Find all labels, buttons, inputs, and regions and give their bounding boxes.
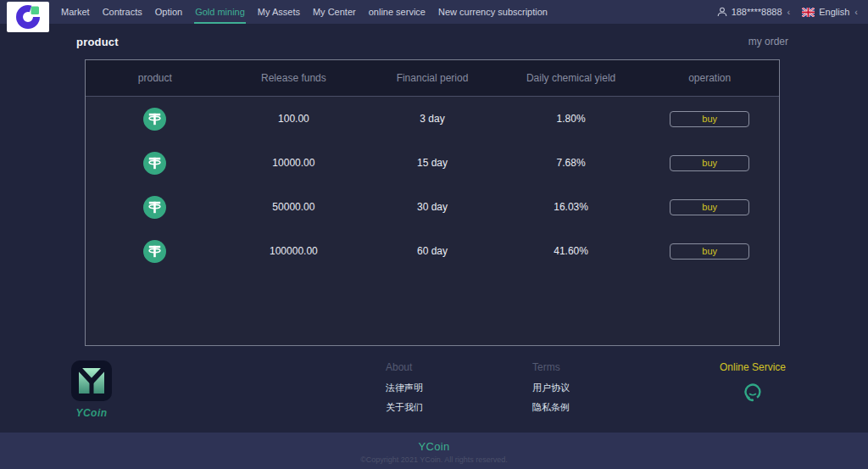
tether-icon: [143, 196, 166, 219]
product-cell: [86, 196, 225, 219]
operation-cell: buy: [640, 199, 779, 215]
footer: YCoin About 法律声明 关于我们 Terms 用户协议 隐私条例 On…: [0, 355, 868, 433]
nav-item-option[interactable]: Option: [154, 0, 194, 24]
operation-cell: buy: [640, 155, 779, 171]
operation-cell: buy: [640, 111, 779, 127]
daily-yield-cell: 41.60%: [502, 245, 641, 257]
language-label: English: [819, 7, 849, 17]
column-header-product: product: [86, 72, 225, 84]
tether-icon: [143, 108, 166, 131]
buy-button[interactable]: buy: [670, 155, 749, 171]
column-header-financial-period: Financial period: [363, 72, 502, 84]
ycoin-y-icon: [78, 367, 105, 394]
nav-menu: Market Contracts Option Gold mining My A…: [60, 0, 559, 24]
link-privacy-policy[interactable]: 隐私条例: [532, 401, 570, 414]
buy-button[interactable]: buy: [670, 243, 749, 260]
release-funds-cell: 100000.00: [225, 245, 364, 257]
top-navigation-bar: Market Contracts Option Gold mining My A…: [0, 0, 868, 24]
table-header-row: product Release funds Financial period D…: [86, 60, 779, 97]
copyright-text: ©Copyright 2021 YCoin. All rights reserv…: [0, 455, 868, 464]
nav-right-section: 188****8888 ‹ English ‹: [717, 0, 858, 24]
link-user-agreement[interactable]: 用户协议: [532, 382, 570, 394]
table-row: 100000.00 60 day 41.60% buy: [86, 229, 779, 273]
language-selector[interactable]: English ‹: [802, 7, 858, 17]
bottom-brand: YCoin: [0, 440, 868, 453]
financial-period-cell: 15 day: [363, 157, 502, 169]
nav-item-contracts[interactable]: Contracts: [102, 0, 154, 24]
tether-icon: [143, 240, 166, 263]
footer-online-service: Online Service: [710, 361, 795, 407]
column-header-operation: operation: [640, 72, 779, 84]
release-funds-cell: 100.00: [225, 113, 364, 125]
terms-title: Terms: [532, 361, 570, 373]
page-head: product my order: [76, 32, 788, 51]
bottom-bar: YCoin ©Copyright 2021 YCoin. All rights …: [0, 433, 868, 469]
link-legal-statement[interactable]: 法律声明: [386, 382, 423, 394]
nav-item-online-service[interactable]: online service: [368, 0, 437, 24]
logo-g-icon: [14, 3, 42, 31]
table-row: 50000.00 30 day 16.03% buy: [86, 185, 779, 229]
footer-brand: YCoin: [66, 360, 117, 419]
nav-item-my-assets[interactable]: My Assets: [257, 0, 312, 24]
product-cell: [86, 152, 225, 175]
nav-item-new-currency-subscription[interactable]: New currency subscription: [437, 0, 559, 24]
table-body: 100.00 3 day 1.80% buy 10000.00 15 day 7…: [86, 97, 779, 273]
nav-item-gold-mining[interactable]: Gold mining: [194, 0, 257, 24]
my-order-link[interactable]: my order: [748, 36, 788, 47]
footer-terms-column: Terms 用户协议 隐私条例: [532, 361, 570, 421]
tether-icon: [143, 152, 166, 175]
financial-period-cell: 3 day: [363, 113, 502, 125]
user-icon: [717, 7, 727, 17]
product-cell: [86, 108, 225, 131]
link-about-us[interactable]: 关于我们: [386, 401, 423, 414]
online-service-link[interactable]: Online Service: [710, 361, 795, 373]
user-account-menu[interactable]: 188****8888 ‹: [717, 7, 791, 17]
financial-period-cell: 60 day: [363, 245, 502, 257]
table-row: 100.00 3 day 1.80% buy: [86, 97, 779, 141]
table-row: 10000.00 15 day 7.68% buy: [86, 141, 779, 185]
daily-yield-cell: 7.68%: [502, 157, 641, 169]
product-table: product Release funds Financial period D…: [85, 59, 780, 346]
buy-button[interactable]: buy: [670, 199, 749, 215]
about-title: About: [386, 361, 423, 373]
headset-icon[interactable]: [710, 382, 795, 407]
nav-item-market[interactable]: Market: [60, 0, 102, 24]
buy-button[interactable]: buy: [670, 111, 749, 127]
footer-about-column: About 法律声明 关于我们: [386, 361, 423, 421]
release-funds-cell: 10000.00: [225, 157, 364, 169]
uk-flag-icon: [802, 8, 815, 17]
user-chevron-icon: ‹: [787, 7, 791, 17]
operation-cell: buy: [640, 243, 779, 260]
release-funds-cell: 50000.00: [225, 201, 364, 213]
page-title: product: [76, 36, 119, 48]
product-cell: [86, 240, 225, 263]
nav-item-my-center[interactable]: My Center: [312, 0, 368, 24]
daily-yield-cell: 1.80%: [502, 113, 641, 125]
daily-yield-cell: 16.03%: [502, 201, 641, 213]
site-logo[interactable]: [7, 2, 49, 32]
language-chevron-icon: ‹: [854, 7, 858, 17]
user-phone: 188****8888: [732, 7, 782, 17]
ycoin-logo: [71, 360, 112, 401]
footer-brand-name: YCoin: [66, 407, 117, 419]
column-header-release-funds: Release funds: [225, 72, 364, 84]
column-header-daily-yield: Daily chemical yield: [502, 72, 641, 84]
financial-period-cell: 30 day: [363, 201, 502, 213]
